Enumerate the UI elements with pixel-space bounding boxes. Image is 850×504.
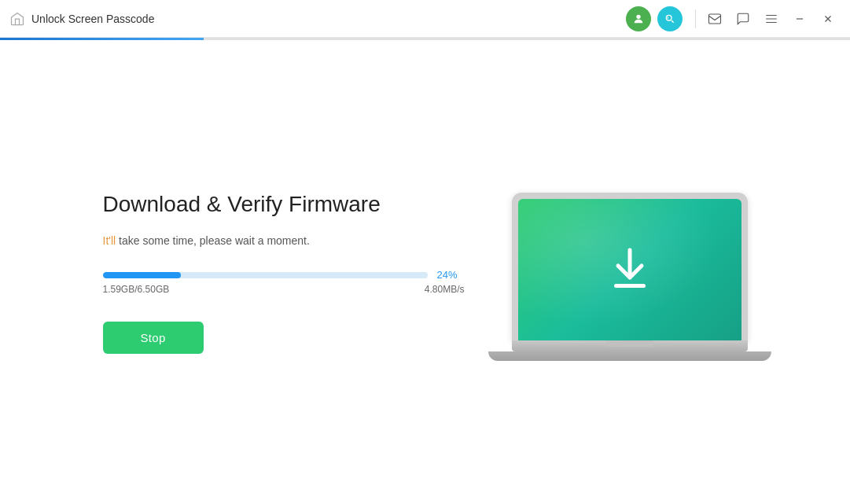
subtitle: It'll take some time, please wait a mome… bbox=[103, 234, 465, 247]
subtitle-rest: take some time, please wait a moment. bbox=[116, 234, 310, 247]
menu-button[interactable] bbox=[759, 6, 784, 31]
svg-point-1 bbox=[666, 15, 672, 20]
content-left: Download & Verify Firmware It'll take so… bbox=[103, 190, 512, 354]
titlebar-icons bbox=[626, 6, 683, 31]
mail-button[interactable] bbox=[702, 6, 727, 31]
progress-percent: 24% bbox=[437, 269, 465, 281]
progress-bar-fill bbox=[103, 272, 181, 278]
svg-rect-2 bbox=[709, 14, 721, 24]
minimize-button[interactable] bbox=[787, 6, 812, 31]
content-right bbox=[512, 193, 748, 351]
progress-bar-wrapper: 24% bbox=[103, 269, 465, 281]
close-button[interactable] bbox=[815, 6, 841, 31]
download-icon-wrapper bbox=[606, 246, 653, 293]
top-progress-bar bbox=[0, 38, 850, 40]
laptop-screen bbox=[518, 199, 741, 340]
laptop-illustration bbox=[512, 193, 748, 351]
titlebar: Unlock Screen Passcode bbox=[0, 0, 850, 38]
titlebar-left: Unlock Screen Passcode bbox=[9, 11, 154, 27]
progress-downloaded: 1.59GB/6.50GB bbox=[103, 284, 170, 295]
page-title: Download & Verify Firmware bbox=[103, 190, 465, 219]
laptop-screen-outer bbox=[512, 193, 748, 340]
home-icon[interactable] bbox=[9, 11, 25, 27]
laptop-notch bbox=[606, 340, 653, 347]
separator bbox=[695, 9, 696, 28]
chat-button[interactable] bbox=[730, 6, 756, 31]
laptop-base bbox=[512, 340, 748, 351]
progress-container: 24% 1.59GB/6.50GB 4.80MB/s bbox=[103, 269, 465, 295]
progress-speed: 4.80MB/s bbox=[425, 284, 465, 295]
titlebar-title: Unlock Screen Passcode bbox=[31, 13, 154, 25]
progress-bar-track bbox=[103, 272, 428, 278]
top-progress-fill bbox=[0, 38, 204, 40]
svg-point-0 bbox=[636, 14, 640, 18]
titlebar-right bbox=[626, 6, 841, 31]
progress-info: 1.59GB/6.50GB 4.80MB/s bbox=[103, 284, 465, 295]
music-search-icon[interactable] bbox=[657, 6, 683, 31]
main-content: Download & Verify Firmware It'll take so… bbox=[0, 40, 850, 504]
stop-button[interactable]: Stop bbox=[103, 322, 204, 354]
user-icon[interactable] bbox=[626, 6, 651, 31]
subtitle-highlight: It'll bbox=[103, 234, 116, 247]
svg-rect-3 bbox=[614, 284, 646, 288]
download-arrow-icon bbox=[606, 246, 653, 293]
